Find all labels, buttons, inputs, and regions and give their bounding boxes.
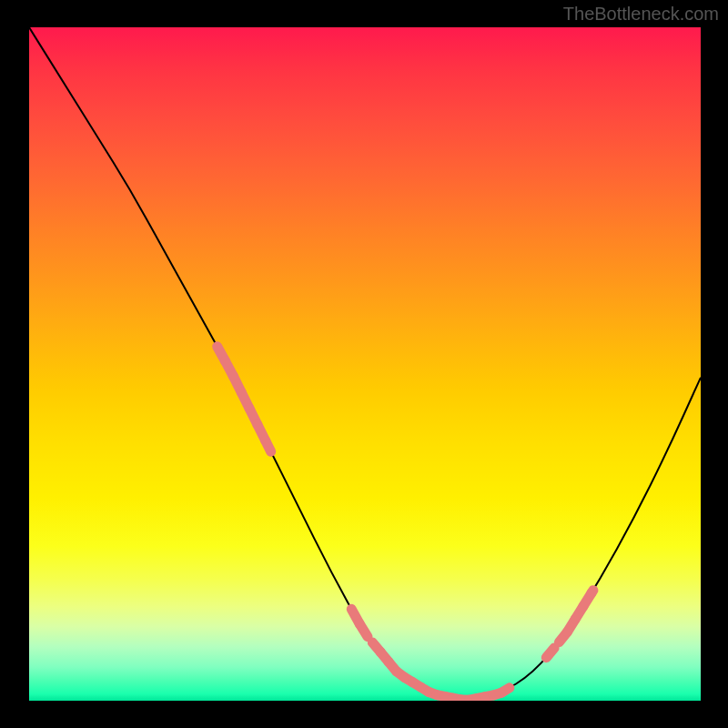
- svg-line-8: [359, 623, 368, 636]
- svg-line-6: [266, 440, 271, 451]
- svg-line-25: [501, 688, 510, 693]
- chart-plot-area: [29, 27, 701, 701]
- svg-line-26: [546, 648, 554, 658]
- svg-line-31: [592, 591, 593, 593]
- chart-markers: [29, 27, 701, 701]
- watermark-text: TheBottleneck.com: [563, 4, 719, 25]
